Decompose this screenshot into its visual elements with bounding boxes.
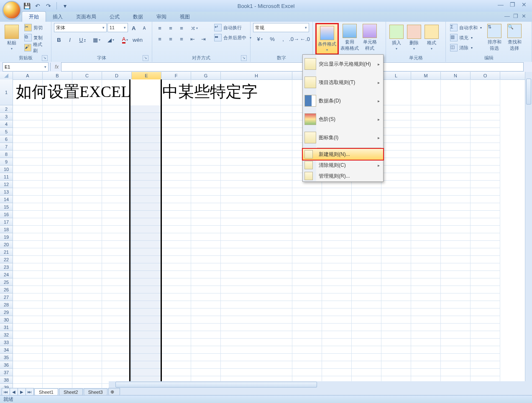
cell[interactable]	[102, 105, 132, 113]
cell[interactable]	[191, 263, 221, 271]
cell[interactable]	[161, 158, 191, 166]
formula-input[interactable]	[61, 62, 524, 71]
cell[interactable]	[221, 241, 292, 248]
cell[interactable]	[441, 278, 471, 286]
cell[interactable]	[352, 196, 381, 203]
cell[interactable]	[13, 188, 43, 196]
cell[interactable]	[43, 271, 72, 278]
cell[interactable]	[102, 150, 132, 158]
cell[interactable]	[411, 324, 441, 331]
cell[interactable]	[292, 271, 322, 278]
cell[interactable]	[161, 331, 191, 339]
cell[interactable]	[102, 324, 132, 331]
cell[interactable]	[43, 286, 72, 293]
column-header-B[interactable]: B	[43, 72, 72, 79]
cell[interactable]	[72, 309, 102, 316]
row-header[interactable]: 34	[0, 346, 13, 354]
cell[interactable]	[411, 331, 441, 339]
cell[interactable]	[441, 301, 471, 309]
cell[interactable]	[13, 339, 43, 346]
cell[interactable]	[102, 331, 132, 339]
cell[interactable]	[161, 324, 191, 331]
cell[interactable]	[411, 135, 441, 143]
cell[interactable]	[221, 150, 292, 158]
row-header[interactable]: 11	[0, 173, 13, 181]
cell[interactable]	[132, 339, 161, 346]
cell[interactable]	[381, 309, 411, 316]
cell[interactable]	[292, 309, 322, 316]
cell[interactable]	[471, 113, 500, 120]
cell[interactable]	[191, 181, 221, 188]
cell[interactable]	[13, 256, 43, 263]
cell[interactable]	[292, 369, 322, 376]
cell[interactable]	[441, 203, 471, 211]
cell[interactable]	[102, 158, 132, 166]
cell[interactable]	[292, 354, 322, 361]
cell[interactable]	[221, 339, 292, 346]
cell[interactable]	[411, 256, 441, 263]
column-header-C[interactable]: C	[72, 72, 102, 79]
cell[interactable]	[72, 301, 102, 309]
cell[interactable]	[132, 196, 161, 203]
cell[interactable]	[381, 331, 411, 339]
cell[interactable]	[471, 135, 500, 143]
cell[interactable]	[381, 173, 411, 181]
cell[interactable]	[292, 278, 322, 286]
cell[interactable]	[352, 301, 381, 309]
cell[interactable]	[352, 316, 381, 324]
cell[interactable]	[221, 354, 292, 361]
cell[interactable]	[161, 361, 191, 369]
clear-button[interactable]: ◫清除▾	[448, 43, 483, 52]
cell[interactable]	[102, 346, 132, 354]
row-header[interactable]: 36	[0, 361, 13, 369]
cell[interactable]	[191, 369, 221, 376]
cell[interactable]	[441, 158, 471, 166]
cell[interactable]	[322, 248, 352, 256]
cell[interactable]	[292, 331, 322, 339]
cell[interactable]	[72, 316, 102, 324]
cell[interactable]	[13, 181, 43, 188]
cell[interactable]	[72, 143, 102, 150]
new-sheet-button[interactable]: ⊕	[108, 388, 120, 395]
cell[interactable]	[322, 346, 352, 354]
cell[interactable]	[132, 113, 161, 120]
cell[interactable]	[441, 218, 471, 226]
row-header[interactable]: 9	[0, 158, 13, 166]
cell[interactable]	[72, 256, 102, 263]
cell[interactable]	[411, 158, 441, 166]
row-header[interactable]: 17	[0, 218, 13, 226]
cell[interactable]	[132, 233, 161, 241]
cell[interactable]	[221, 105, 292, 113]
cell[interactable]	[13, 143, 43, 150]
delete-cells-button[interactable]: 删除▾	[406, 23, 422, 52]
row-header[interactable]: 5	[0, 128, 13, 135]
format-cells-button[interactable]: 格式▾	[424, 23, 440, 52]
cell[interactable]	[13, 346, 43, 354]
cell[interactable]	[411, 79, 441, 105]
cell[interactable]	[381, 218, 411, 226]
align-middle-button[interactable]: ≡	[166, 23, 176, 33]
cell[interactable]	[72, 105, 102, 113]
cell[interactable]	[72, 241, 102, 248]
cell[interactable]	[102, 309, 132, 316]
find-select-button[interactable]: 🔍查找和 选择	[505, 23, 524, 52]
menu-highlight-rules[interactable]: 突出显示单元格规则(H)	[303, 55, 383, 73]
cell[interactable]	[411, 218, 441, 226]
cell[interactable]	[191, 158, 221, 166]
dialog-launcher-icon[interactable]: ↘	[143, 55, 148, 61]
cell[interactable]	[13, 218, 43, 226]
cell[interactable]	[322, 324, 352, 331]
cell[interactable]	[221, 324, 292, 331]
cell[interactable]	[322, 354, 352, 361]
tab-view[interactable]: 视图	[173, 12, 197, 22]
cell[interactable]	[43, 339, 72, 346]
scroll-thumb[interactable]	[526, 79, 531, 105]
cell[interactable]	[441, 120, 471, 128]
cell[interactable]	[471, 166, 500, 173]
cell[interactable]	[102, 286, 132, 293]
cell[interactable]	[191, 120, 221, 128]
cell[interactable]	[441, 226, 471, 233]
sort-filter-button[interactable]: ⇅排序和 筛选	[485, 23, 504, 52]
cell[interactable]	[13, 316, 43, 324]
cell[interactable]	[471, 309, 500, 316]
